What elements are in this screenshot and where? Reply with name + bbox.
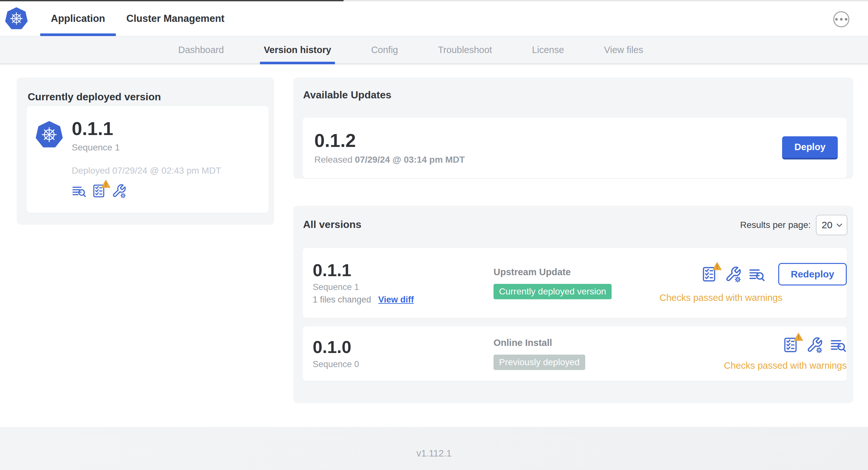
subnav-troubleshoot[interactable]: Troubleshoot — [434, 36, 496, 64]
currently-deployed-card: Currently deployed version 0.1.1 Sequenc… — [17, 77, 274, 225]
row-sequence: Sequence 0 — [313, 360, 494, 369]
all-versions-title: All versions — [303, 219, 361, 231]
subnav-version-history[interactable]: Version history — [260, 36, 335, 64]
wrench-gear-icon[interactable] — [112, 183, 126, 198]
checklist-warning-icon[interactable] — [782, 337, 799, 353]
checklist-warning-icon[interactable] — [701, 266, 718, 282]
row-sequence: Sequence 1 — [313, 282, 494, 292]
tab-application[interactable]: Application — [40, 1, 116, 36]
available-updates-title: Available Updates — [303, 89, 391, 101]
currently-deployed-version-card: 0.1.1 Sequence 1 Deployed 07/29/24 @ 02:… — [27, 106, 269, 213]
deployed-timestamp: Deployed 07/29/24 @ 02:43 pm MDT — [72, 166, 221, 176]
checklist-warning-icon[interactable] — [92, 183, 106, 198]
results-per-page-select[interactable]: 20 — [816, 215, 847, 235]
available-updates-card: Available Updates 0.1.2 Released 07/29/2… — [293, 77, 853, 179]
kubernetes-logo-icon — [5, 7, 28, 30]
version-row: 0.1.1 Sequence 1 1 files changed View di… — [303, 248, 847, 318]
app-header: Application Cluster Management — [0, 1, 868, 36]
wrench-gear-icon[interactable] — [806, 337, 823, 353]
warning-triangle-icon — [101, 180, 110, 188]
deploy-button[interactable]: Deploy — [782, 136, 838, 160]
version-source-label: Upstream Update — [494, 267, 571, 277]
warning-triangle-icon — [794, 333, 803, 341]
preflight-status-text: Checks passed with warnings — [724, 360, 847, 371]
log-search-icon[interactable] — [72, 183, 87, 198]
app-subnav: Dashboard Version history Config Trouble… — [0, 36, 868, 64]
subnav-config[interactable]: Config — [367, 36, 402, 64]
subnav-dashboard[interactable]: Dashboard — [174, 36, 228, 64]
tab-cluster-management[interactable]: Cluster Management — [116, 1, 235, 36]
update-row: 0.1.2 Released 07/29/24 @ 03:14 pm MDT D… — [303, 118, 847, 178]
log-search-icon[interactable] — [830, 337, 847, 353]
redeploy-button[interactable]: Redeploy — [778, 263, 847, 286]
currently-deployed-title: Currently deployed version — [28, 91, 161, 103]
all-versions-card: All versions Results per page: 20 0.1.1 … — [293, 206, 853, 403]
results-per-page: Results per page: 20 — [740, 215, 847, 235]
log-search-icon[interactable] — [749, 266, 765, 282]
deployed-sequence: Sequence 1 — [72, 142, 221, 153]
results-per-page-label: Results per page: — [740, 220, 811, 230]
version-source-label: Online Install — [494, 338, 552, 348]
version-row: 0.1.0 Sequence 0 Online Install Previous… — [303, 326, 847, 381]
chevron-down-icon — [836, 223, 843, 227]
view-diff-link[interactable]: View diff — [378, 295, 414, 305]
wrench-gear-icon[interactable] — [725, 266, 742, 282]
previously-deployed-badge: Previously deployed — [494, 355, 585, 370]
subnav-license[interactable]: License — [528, 36, 568, 64]
deployed-version-number: 0.1.1 — [72, 119, 221, 139]
console-version: v1.112.1 — [416, 448, 452, 459]
kubernetes-app-icon — [36, 121, 63, 148]
row-version-number: 0.1.0 — [313, 338, 494, 356]
files-changed-label: 1 files changed — [313, 295, 371, 305]
subnav-view-files[interactable]: View files — [600, 36, 647, 64]
update-version-number: 0.1.2 — [314, 131, 465, 150]
preflight-status-text: Checks passed with warnings — [659, 293, 847, 303]
row-version-number: 0.1.1 — [313, 261, 494, 279]
ellipsis-menu-icon[interactable] — [833, 11, 849, 27]
update-released-line: Released 07/29/24 @ 03:14 pm MDT — [314, 155, 465, 165]
app-footer: v1.112.1 — [0, 427, 868, 470]
header-tabs: Application Cluster Management — [40, 1, 235, 36]
deployed-version-actions — [72, 183, 221, 198]
currently-deployed-badge: Currently deployed version — [494, 284, 612, 299]
warning-triangle-icon — [713, 262, 722, 270]
